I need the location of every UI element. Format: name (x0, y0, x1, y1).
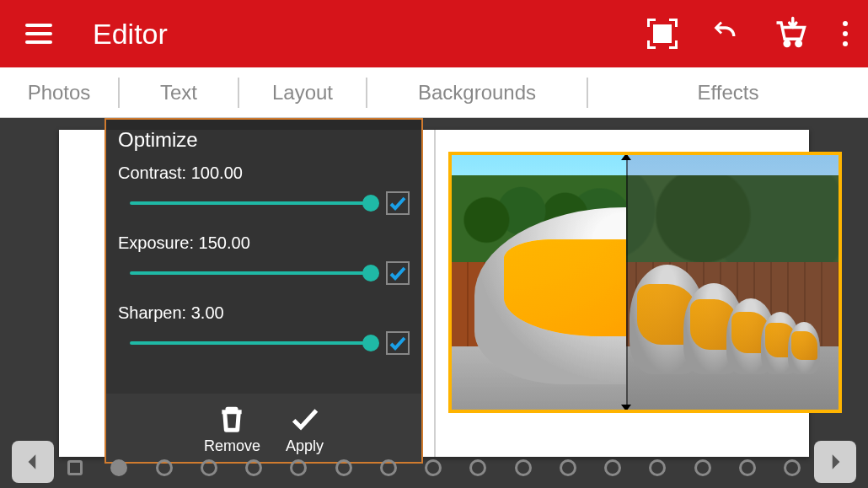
tab-layout[interactable]: Layout (239, 81, 366, 105)
page-title: Editor (93, 18, 647, 51)
exposure-slider[interactable] (130, 271, 371, 275)
svg-point-0 (785, 41, 790, 46)
sharpen-label: Sharpen: 3.00 (118, 303, 410, 323)
panel-actions: Remove Apply (106, 394, 421, 462)
exposure-label: Exposure: 150.00 (118, 233, 410, 253)
contrast-row: Contrast: 100.00 (106, 157, 421, 215)
tab-effects[interactable]: Effects (588, 81, 868, 105)
panel-title: Optimize (106, 120, 421, 157)
page-dot[interactable] (335, 459, 352, 476)
contrast-label: Contrast: 100.00 (118, 164, 410, 183)
apply-button[interactable]: Apply (286, 402, 324, 455)
page-dot[interactable] (156, 459, 173, 476)
divider-handle-bottom[interactable] (621, 405, 631, 411)
slider-thumb[interactable] (362, 265, 379, 282)
tab-text[interactable]: Text (120, 81, 238, 105)
page-dot[interactable] (245, 459, 262, 476)
tabs-bar: Photos Text Layout Backgrounds Effects (0, 67, 868, 118)
contrast-slider[interactable] (130, 201, 371, 205)
page-dot-cover[interactable] (67, 460, 83, 475)
more-menu-button[interactable] (839, 18, 851, 50)
page-dot[interactable] (649, 459, 666, 476)
remove-label: Remove (204, 437, 260, 455)
undo-button[interactable] (708, 15, 742, 52)
sharpen-slider[interactable] (130, 341, 371, 345)
before-label: Before (628, 152, 681, 153)
tab-backgrounds[interactable]: Backgrounds (367, 81, 587, 105)
exposure-row: Exposure: 150.00 (106, 227, 421, 285)
header-actions (647, 13, 851, 54)
before-after-labels: After Before (564, 152, 689, 154)
page-dot[interactable] (515, 459, 532, 476)
page-dot[interactable] (604, 459, 621, 476)
menu-button[interactable] (25, 17, 59, 51)
prev-page-button[interactable] (12, 441, 54, 483)
page-dot[interactable] (469, 459, 486, 476)
cart-button[interactable] (772, 13, 809, 54)
photo-preview[interactable]: After Before (448, 152, 842, 413)
next-page-button[interactable] (814, 441, 856, 483)
slider-thumb[interactable] (362, 335, 379, 351)
page-dot[interactable] (694, 459, 711, 476)
sharpen-row: Sharpen: 3.00 (106, 297, 421, 355)
page-dot[interactable] (784, 459, 801, 476)
book-spine (434, 130, 436, 457)
frame-select-icon[interactable] (647, 19, 678, 49)
before-after-divider[interactable] (626, 155, 628, 410)
sharpen-checkbox[interactable] (386, 331, 410, 355)
page-dot[interactable] (560, 459, 576, 476)
divider-handle-top[interactable] (621, 153, 631, 160)
after-label: After (571, 152, 610, 153)
page-dot[interactable] (201, 459, 217, 476)
page-dot[interactable] (739, 459, 756, 476)
page-dot[interactable] (380, 459, 397, 476)
remove-button[interactable]: Remove (204, 402, 260, 455)
editor-canvas: After Before Optimize Contrast: 100.00 E… (0, 118, 868, 488)
exposure-checkbox[interactable] (386, 261, 410, 285)
page-dots (67, 459, 801, 476)
contrast-checkbox[interactable] (386, 191, 410, 215)
page-dot[interactable] (110, 459, 127, 476)
svg-point-1 (796, 41, 801, 46)
page-dot[interactable] (425, 459, 442, 476)
page-dot[interactable] (290, 459, 307, 476)
optimize-panel: Optimize Contrast: 100.00 Exposure: 150.… (104, 118, 423, 464)
app-header: Editor (0, 0, 868, 67)
tab-photos[interactable]: Photos (0, 81, 118, 105)
apply-label: Apply (286, 437, 324, 455)
slider-thumb[interactable] (362, 195, 379, 212)
